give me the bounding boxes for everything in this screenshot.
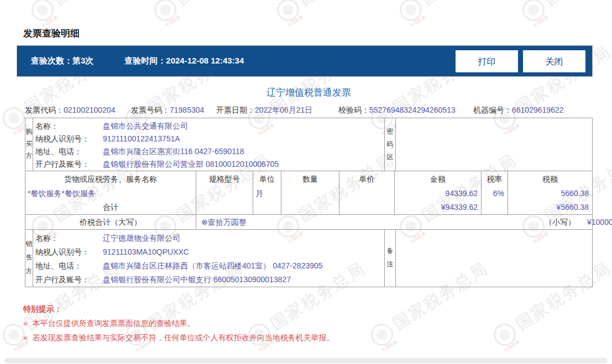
buyer-side-label: 购买方 bbox=[25, 118, 33, 171]
col-tax-amount: 税额 5660.38 ¥5660.38 bbox=[508, 171, 592, 214]
col-qty: 数量 bbox=[281, 171, 339, 214]
header-unit: 单位 bbox=[253, 171, 281, 187]
item-qty bbox=[281, 187, 339, 201]
col-price: 单价 bbox=[339, 171, 395, 214]
buyer-bank-row: 开户行及账号：盘锦银行股份有限公司营业部 08100012010006705 bbox=[35, 158, 384, 171]
col-spec: 规格型号 bbox=[196, 171, 253, 214]
header-qty: 数量 bbox=[281, 171, 339, 187]
items-table: 货物或应税劳务、服务名称 *餐饮服务*餐饮服务 合计 规格型号 单位 月 数量 … bbox=[25, 171, 593, 215]
col-tax-rate: 税率 6% bbox=[482, 171, 508, 214]
invoice-title: 辽宁增值税普通发票 bbox=[25, 86, 593, 99]
amount-in-words: ⊗壹拾万圆整 bbox=[201, 215, 247, 229]
tax-seal-icon: 中国税务 bbox=[273, 0, 303, 25]
invoice-verification-page: 中国税务国家税务总局中国税务国家税务总局中国税务国家税务总局中国税务国家税务总局… bbox=[0, 0, 612, 364]
amount-in-figures: ¥100000.00 bbox=[587, 215, 612, 229]
header-amount: 金额 bbox=[395, 171, 481, 187]
buyer-taxid-row: 纳税人识别号：91211100122413751A bbox=[35, 133, 384, 145]
verification-toolbar: 查验次数：第3次 查验时间：2024-12-08 12:43:34 打印 关闭 bbox=[17, 45, 593, 77]
amount-in-figures-label: （小写） bbox=[545, 215, 576, 229]
header-item-name: 货物或应税劳务、服务名称 bbox=[25, 171, 196, 187]
invoice-date: 开票日期：2022年06月21日 bbox=[216, 105, 312, 115]
check-count-label: 查验次数： bbox=[31, 56, 72, 65]
watermark-tile: 中国税务国家税务总局 bbox=[395, 0, 522, 25]
header-spec: 规格型号 bbox=[196, 171, 253, 187]
buyer-fields: 名称：盘锦市公共交通有限公司 纳税人识别号：91211100122413751A… bbox=[33, 118, 385, 171]
seller-bank-row: 开户行及账号：盘锦银行股份有限公司中银支行 660050130900013827 bbox=[35, 273, 384, 287]
machine-number: 机器编号：661029619622 bbox=[473, 105, 563, 115]
total-words-cell: ⊗壹拾万圆整 （小写） ¥100000.00 bbox=[196, 215, 592, 229]
tax-seal-icon: 中国税务 bbox=[27, 0, 57, 25]
seller-side-label: 销售方 bbox=[25, 230, 33, 287]
tax-seal-icon: 中国税务 bbox=[518, 0, 548, 25]
tax-seal-icon: 中国税务 bbox=[150, 0, 180, 25]
total-label: 合计 bbox=[25, 201, 196, 214]
check-code: 校验码：55276948324294260513 bbox=[338, 105, 456, 115]
total-words-label: 价税合计（大写） bbox=[25, 215, 196, 229]
password-area bbox=[396, 118, 592, 171]
special-notice-title: 特别提示： bbox=[23, 304, 62, 314]
horizontal-scrollbar[interactable] bbox=[4, 358, 608, 363]
notice-item: »若发现发票查验结果与实际交易不符，任何单位或个人有权拒收并向当地税务机关举报。 bbox=[23, 333, 334, 343]
total-in-words-row: 价税合计（大写） ⊗壹拾万圆整 （小写） ¥100000.00 bbox=[25, 214, 593, 230]
item-name: *餐饮服务*餐饮服务 bbox=[25, 187, 196, 201]
remark-label: 备注 bbox=[385, 230, 396, 287]
print-button[interactable]: 打印 bbox=[456, 50, 518, 72]
bullet-icon: » bbox=[23, 333, 28, 342]
col-unit: 单位 月 bbox=[253, 171, 281, 214]
buyer-name-row: 名称：盘锦市公共交通有限公司 bbox=[35, 120, 384, 133]
col-item-name: 货物或应税劳务、服务名称 *餐饮服务*餐饮服务 合计 bbox=[25, 171, 196, 214]
seller-fields: 名称：辽宁德晟物业有限公司 纳税人识别号：91211103MA10QPUXXC … bbox=[33, 230, 385, 287]
seller-address-row: 地址、电话：盘锦市兴隆台区庄林路西（市客运站四楼401室） 0427-28239… bbox=[35, 259, 384, 273]
header-tax-rate: 税率 bbox=[482, 171, 508, 187]
seller-section: 销售方 名称：辽宁德晟物业有限公司 纳税人识别号：91211103MA10QPU… bbox=[25, 229, 593, 287]
watermark-tile: 中国税务国家税务总局 bbox=[27, 0, 154, 25]
tax-seal-icon: 中国税务 bbox=[489, 319, 520, 350]
item-price bbox=[339, 187, 394, 201]
check-time-value: 2024-12-08 12:43:34 bbox=[166, 56, 244, 65]
invoice-code: 发票代码：021002100204 bbox=[25, 105, 115, 115]
notice-item: »本平台仅提供所查询发票票面信息的查验结果。 bbox=[23, 319, 195, 329]
tax-seal-icon: 中国税务 bbox=[395, 0, 426, 25]
check-time-label: 查验时间： bbox=[124, 56, 166, 65]
tax-seal-icon: 中国税务 bbox=[367, 319, 397, 350]
header-price: 单价 bbox=[339, 171, 394, 187]
seller-name-row: 名称：辽宁德晟物业有限公司 bbox=[35, 231, 384, 245]
invoice-meta-row: 发票代码：021002100204 发票号码：71985304 开票日期：202… bbox=[0, 105, 612, 117]
col-amount: 金额 94339.62 ¥94339.62 bbox=[395, 171, 482, 214]
watermark-tile: 中国税务国家税务总局 bbox=[273, 0, 399, 25]
watermark-tile: 中国税务国家税务总局 bbox=[150, 0, 276, 25]
seller-taxid-row: 纳税人识别号：91211103MA10QPUXXC bbox=[35, 245, 384, 259]
bullet-icon: » bbox=[23, 319, 28, 328]
item-tax-amount: 5660.38 bbox=[508, 187, 592, 201]
password-area-label: 密码区 bbox=[385, 118, 396, 171]
item-unit: 月 bbox=[253, 187, 281, 201]
total-tax-amount: ¥5660.38 bbox=[508, 201, 592, 214]
watermark-tile: 中国税务国家税务总局 bbox=[518, 0, 612, 25]
total-amount: ¥94339.62 bbox=[395, 201, 481, 214]
page-title: 发票查验明细 bbox=[23, 27, 80, 40]
invoice-number: 发票号码：71985304 bbox=[131, 105, 204, 115]
buyer-address-row: 地址、电话：盘锦市兴隆台区惠宾街116 0427-6590118 bbox=[35, 145, 384, 158]
check-count-value: 第3次 bbox=[72, 56, 93, 65]
close-button[interactable]: 关闭 bbox=[523, 50, 585, 72]
buyer-section: 购买方 名称：盘锦市公共交通有限公司 纳税人识别号：91211100122413… bbox=[25, 118, 593, 171]
item-amount: 94339.62 bbox=[395, 187, 481, 201]
check-count: 查验次数：第3次 bbox=[31, 56, 93, 66]
item-tax-rate: 6% bbox=[482, 187, 508, 201]
header-tax-amount: 税额 bbox=[508, 171, 592, 187]
check-time: 查验时间：2024-12-08 12:43:34 bbox=[124, 56, 244, 66]
item-spec bbox=[196, 187, 253, 201]
remark-area bbox=[396, 230, 592, 287]
